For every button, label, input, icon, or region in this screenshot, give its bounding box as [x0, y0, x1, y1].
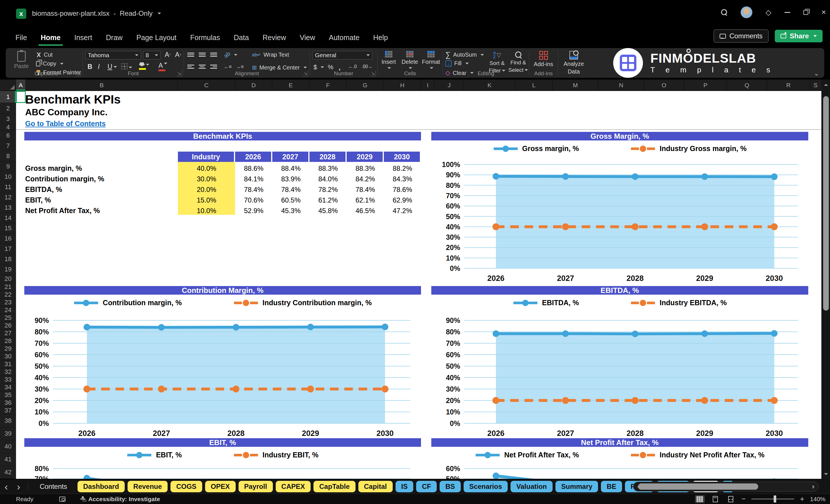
menu-tab-data[interactable]: Data: [233, 32, 249, 43]
chart-net-profit-after-tax-[interactable]: Net Profit After Tax, %Net Profit After …: [431, 438, 808, 479]
menu-tab-review[interactable]: Review: [262, 32, 287, 43]
sheet-tab-contents[interactable]: Contents: [32, 481, 75, 492]
kpi-row-label[interactable]: EBIT, %: [25, 195, 174, 206]
merge-center-button[interactable]: ⊞Merge & Center: [252, 64, 307, 71]
row-header-2[interactable]: 2: [0, 103, 16, 114]
zoom-in-button[interactable]: +: [800, 495, 804, 503]
sheet-tab-cogs[interactable]: COGS: [170, 481, 202, 492]
scroll-down-icon[interactable]: [824, 473, 828, 477]
row-header-42[interactable]: 42: [0, 466, 16, 479]
year-value-cell[interactable]: 88.4%: [272, 163, 310, 174]
orientation-button[interactable]: ab: [224, 52, 237, 58]
row-header-13[interactable]: 13: [0, 202, 16, 213]
kpi-row-label[interactable]: EBITDA, %: [25, 184, 174, 195]
row-header-8[interactable]: 8: [0, 151, 16, 161]
year-value-cell[interactable]: 88.2%: [384, 163, 421, 174]
align-top-icon[interactable]: [187, 53, 194, 57]
row-header-15[interactable]: 15: [0, 223, 16, 233]
column-header-H[interactable]: H: [384, 80, 421, 91]
table-header-2029[interactable]: 2029: [347, 152, 383, 162]
font-dialog-launcher[interactable]: ↘: [177, 71, 182, 76]
row-header-6[interactable]: 6: [0, 130, 16, 141]
font-family-select[interactable]: Tahoma: [85, 51, 141, 60]
zoom-out-button[interactable]: −: [741, 495, 746, 503]
share-button[interactable]: Share: [775, 30, 823, 42]
zoom-level[interactable]: 140%: [810, 496, 825, 503]
column-header-E[interactable]: E: [272, 80, 310, 91]
year-value-cell[interactable]: 83.9%: [272, 174, 310, 184]
menu-tab-home[interactable]: Home: [40, 32, 61, 43]
row-header-37[interactable]: 37: [0, 407, 16, 414]
sheet-tab-valuation[interactable]: Valuation: [511, 481, 552, 492]
restore-button[interactable]: [803, 10, 808, 15]
year-value-cell[interactable]: 84.1%: [235, 174, 272, 184]
sheet-tab-summary[interactable]: Summary: [555, 481, 598, 492]
row-header-23[interactable]: 23: [0, 298, 16, 306]
increase-indent-button[interactable]: →≡: [236, 64, 244, 70]
row-header-16[interactable]: 16: [0, 233, 16, 244]
year-value-cell[interactable]: 78.4%: [272, 184, 310, 195]
year-value-cell[interactable]: 84.2%: [347, 174, 384, 184]
scroll-up-icon[interactable]: [824, 82, 828, 86]
column-header-N[interactable]: N: [598, 80, 644, 91]
column-header-Q[interactable]: Q: [727, 80, 767, 91]
column-header-A[interactable]: A: [16, 80, 26, 91]
year-value-cell[interactable]: 88.3%: [347, 163, 384, 174]
align-center-icon[interactable]: [199, 65, 205, 69]
row-header-3[interactable]: 3: [0, 114, 16, 124]
align-bottom-icon[interactable]: [210, 53, 217, 57]
row-header-26[interactable]: 26: [0, 322, 16, 329]
chevron-down-icon[interactable]: [158, 12, 161, 16]
zoom-slider[interactable]: [752, 499, 794, 499]
column-header-P[interactable]: P: [684, 80, 727, 91]
autosum-button[interactable]: ∑AutoSum: [445, 50, 484, 59]
align-right-icon[interactable]: [210, 65, 217, 69]
format-cells-button[interactable]: Format: [421, 48, 441, 70]
row-header-9[interactable]: 9: [0, 161, 16, 171]
row-header-38[interactable]: 38: [0, 414, 16, 427]
number-format-select[interactable]: General: [312, 51, 372, 60]
year-value-cell[interactable]: 84.0%: [310, 174, 347, 184]
row-header-20[interactable]: 20: [0, 275, 16, 283]
row-header-11[interactable]: 11: [0, 182, 16, 192]
year-value-cell[interactable]: 46.5%: [347, 206, 384, 216]
chart-ebit-[interactable]: EBIT, %EBIT, %Industry EBIT, %80%70%60%5…: [24, 438, 421, 479]
normal-view-button[interactable]: [695, 495, 705, 503]
horizontal-scroll-thumb[interactable]: [638, 483, 758, 490]
sheet-tab-be[interactable]: BE: [601, 481, 622, 492]
zoom-slider-thumb[interactable]: [774, 496, 776, 503]
column-header-M[interactable]: M: [552, 80, 598, 91]
year-value-cell[interactable]: 45.3%: [272, 206, 310, 216]
row-header-27[interactable]: 27: [0, 329, 16, 337]
column-header-G[interactable]: G: [347, 80, 384, 91]
table-header-2027[interactable]: 2027: [272, 152, 308, 162]
sheet-tab-bs[interactable]: BS: [440, 481, 460, 492]
menu-tab-draw[interactable]: Draw: [105, 32, 123, 43]
year-value-cell[interactable]: 60.5%: [272, 195, 310, 206]
table-of-contents-link[interactable]: Go to Table of Contents: [25, 120, 105, 128]
year-value-cell[interactable]: 84.3%: [384, 174, 421, 184]
column-header-K[interactable]: K: [464, 80, 515, 91]
column-header-S[interactable]: S: [810, 80, 822, 91]
macro-record-icon[interactable]: [59, 497, 65, 502]
column-header-I[interactable]: I: [421, 80, 435, 91]
table-header-2028[interactable]: 2028: [310, 152, 346, 162]
industry-value-cell[interactable]: 20.0%: [178, 184, 235, 195]
column-header-F[interactable]: F: [310, 80, 347, 91]
column-header-C[interactable]: C: [178, 80, 235, 91]
premium-diamond-icon[interactable]: ◇: [766, 8, 771, 17]
chart-contribution-margin-[interactable]: Contribution Margin, %Contribution margi…: [24, 286, 421, 438]
number-dialog-launcher[interactable]: ↘: [371, 71, 376, 76]
align-middle-icon[interactable]: [199, 53, 205, 57]
column-header-L[interactable]: L: [515, 80, 552, 91]
column-header-R[interactable]: R: [767, 80, 810, 91]
underline-button[interactable]: U: [106, 63, 119, 71]
worksheet[interactable]: Benchmark KPIs ABC Company Inc. Go to Ta…: [16, 91, 822, 479]
year-value-cell[interactable]: 61.2%: [310, 195, 347, 206]
sheet-tab-revenue[interactable]: Revenue: [128, 481, 168, 492]
row-header-32[interactable]: 32: [0, 368, 16, 376]
row-header-28[interactable]: 28: [0, 337, 16, 345]
menu-tab-automate[interactable]: Automate: [328, 32, 360, 43]
row-header-12[interactable]: 12: [0, 192, 16, 202]
column-header-B[interactable]: B: [26, 80, 178, 91]
